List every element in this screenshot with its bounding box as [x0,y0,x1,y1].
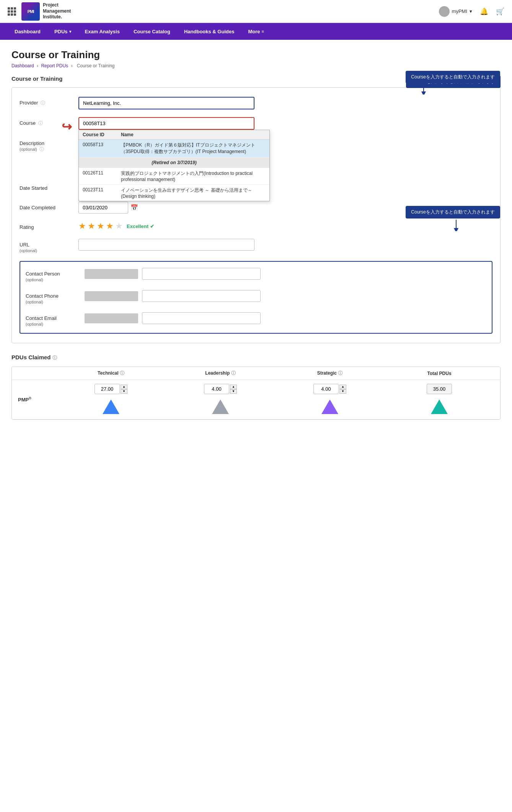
contact-person-input[interactable] [142,268,261,280]
pdu-total-header: Total PDUs [385,371,494,376]
tri-purple-icon [321,399,338,414]
pmp-label: PMP® [18,396,56,403]
technical-spinner-btns: ▲ ▼ [121,385,127,394]
provider-help-icon[interactable]: ⓘ [41,100,45,106]
technical-spinner: ▲ ▼ [95,384,127,394]
dropdown-scroll[interactable]: 00058T13 【PMBOK（R）ガイド第６版対応】ITプロジェクトマネジメン… [79,140,269,201]
user-menu[interactable]: myPMI ▾ [439,6,472,17]
contact-person-label: Contact Person(optional) [26,268,79,282]
total-triangle [431,399,448,415]
total-cell [385,384,494,415]
breadcrumb-dashboard[interactable]: Dashboard [11,63,34,68]
pdu-header: Technical ⓘ Leadership ⓘ Strategic ⓘ Tot… [12,367,500,380]
row3-id: 00123T11 [83,187,121,199]
nav-exam[interactable]: Exam Analysis [78,23,127,40]
contact-email-wrap [85,312,261,324]
leadership-spinner: ▲ ▼ [204,384,237,394]
url-label: URL(optional) [20,239,73,253]
breadcrumb-sep2: › [71,63,73,68]
contact-section: Contact Person(optional) Contact Phone(o… [20,261,492,334]
date-completed-wrap: 📅 [78,202,138,214]
date-completed-input[interactable] [78,202,128,214]
main-nav: Dashboard PDUs ▾ Exam Analysis Course Ca… [0,23,512,40]
cart-icon[interactable]: 🛒 [496,7,504,16]
top-bar-left: PMI ProjectManagementInstitute. [8,2,71,21]
star-4[interactable]: ★ [106,221,114,231]
strategic-cell: ▲ ▼ [275,384,385,415]
contact-person-row: Contact Person(optional) [26,268,486,282]
course-input[interactable] [78,117,254,130]
star-5[interactable]: ★ [115,221,123,231]
contact-email-label: Contact Email(optional) [26,312,79,327]
leadership-help[interactable]: ⓘ [231,370,236,376]
nav-more[interactable]: More ≡ [241,23,271,40]
strategic-input[interactable] [313,384,339,394]
star-2[interactable]: ★ [88,221,95,231]
pdu-strategic-header: Strategic ⓘ [275,370,385,377]
course-dropdown: Course ID Name 00058T13 【PMBOK（R）ガイド第６版対… [78,130,270,201]
contact-phone-wrap [85,290,261,302]
rating-row: Rating ★ ★ ★ ★ ★ Excellent ✔ Courseを入力する… [20,221,492,231]
technical-triangle [103,399,119,415]
grid-icon[interactable] [8,7,16,16]
tooltip-2: Courseを入力すると自動で入力されます [406,206,500,218]
leadership-up[interactable]: ▲ [230,385,237,389]
leadership-input[interactable] [204,384,229,394]
strategic-help[interactable]: ⓘ [338,370,342,376]
calendar-icon-end[interactable]: 📅 [130,204,138,211]
logo-image: PMI [21,2,40,21]
url-input[interactable] [78,239,254,251]
technical-down[interactable]: ▼ [121,389,127,394]
description-label: Description(optional) ⓘ [20,137,73,153]
dropdown-row-3[interactable]: 00123T11 イノベーションを生み出すデザイン思考 ～ 基礎から活用まで～(… [79,185,269,201]
tooltip-arrow-2 [450,220,462,231]
dropdown-row-retired: (Retired on 3/7/2019) [79,158,269,168]
row2-name: 実践的プロジェクトマネジメントの入門(Introduction to pract… [121,170,266,182]
tooltip-1: Courseを入力すると自動で入力されます [406,71,500,83]
breadcrumb-report[interactable]: Report PDUs [41,63,68,68]
leadership-down[interactable]: ▼ [230,389,237,394]
contact-person-placeholder [85,269,138,279]
contact-email-input[interactable] [142,312,261,324]
strategic-spinner: ▲ ▼ [313,384,346,394]
strategic-down[interactable]: ▼ [339,389,346,394]
star-3[interactable]: ★ [97,221,104,231]
contact-phone-row: Contact Phone(optional) [26,290,486,305]
strategic-triangle [321,399,338,415]
logo[interactable]: PMI ProjectManagementInstitute. [21,2,71,21]
retired-label: (Retired on 3/7/2019) [152,160,196,165]
pdu-table: Technical ⓘ Leadership ⓘ Strategic ⓘ Tot… [11,367,501,420]
row1-name: 【PMBOK（R）ガイド第６版対応】ITプロジェクトマネジメント（35PDU取得… [121,142,266,155]
leadership-spinner-btns: ▲ ▼ [230,385,237,394]
star-1[interactable]: ★ [78,221,86,231]
contact-person-wrap [85,268,261,280]
technical-cell: ▲ ▼ [56,384,166,415]
rating-label: Rating [20,221,73,230]
nav-dashboard[interactable]: Dashboard [8,23,47,40]
course-help-icon[interactable]: ⓘ [38,121,43,126]
dropdown-row-2[interactable]: 00126T11 実践的プロジェクトマネジメントの入門(Introduction… [79,168,269,185]
technical-input[interactable] [95,384,120,394]
contact-email-row: Contact Email(optional) [26,312,486,327]
nav-handbooks[interactable]: Handbooks & Guides [177,23,241,40]
pdus-help-icon[interactable]: ⓘ [52,355,57,360]
technical-help[interactable]: ⓘ [120,370,124,376]
dropdown-row-1[interactable]: 00058T13 【PMBOK（R）ガイド第６版対応】ITプロジェクトマネジメン… [79,140,269,158]
course-row: Course ⓘ ↪ Course ID Name 00058T13 [20,117,492,130]
pdu-leadership-header: Leadership ⓘ [166,370,275,377]
nav-catalog[interactable]: Course Catalog [127,23,177,40]
breadcrumb: Dashboard › Report PDUs › Course or Trai… [11,63,501,68]
pmp-row: PMP® ▲ ▼ [12,380,500,419]
col-id-header: Course ID [83,132,121,137]
user-avatar [439,6,450,17]
provider-input[interactable] [78,97,254,109]
technical-up[interactable]: ▲ [121,385,127,389]
nav-pdus[interactable]: PDUs ▾ [47,23,78,40]
bell-icon[interactable]: 🔔 [480,7,488,16]
contact-phone-input[interactable] [142,290,261,302]
logo-text: ProjectManagementInstitute. [43,2,71,20]
total-wrap [427,384,452,394]
url-row: URL(optional) [20,239,492,253]
strategic-up[interactable]: ▲ [339,385,346,389]
desc-help-icon[interactable]: ⓘ [39,147,44,152]
